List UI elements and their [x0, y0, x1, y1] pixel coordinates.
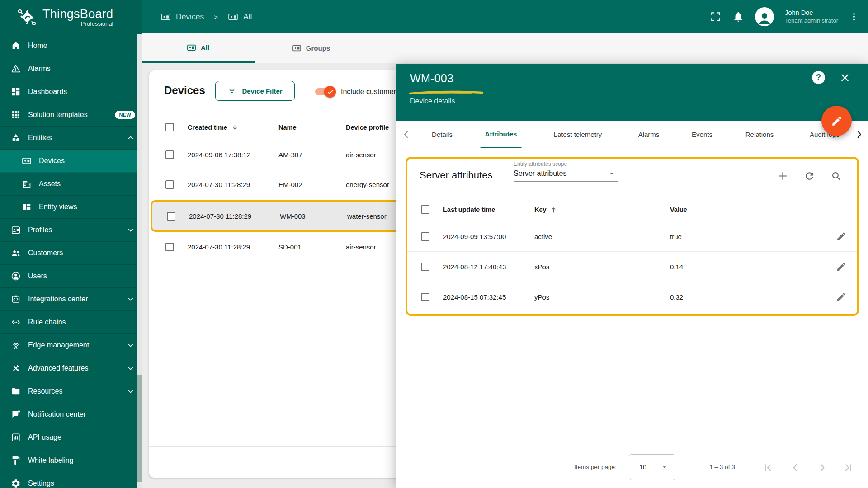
tab-label: Alarms	[638, 131, 660, 138]
attribute-row[interactable]: 2024-09-09 13:57:00 active true	[407, 221, 857, 252]
column-label: Last update time	[443, 206, 495, 213]
sort-arrow-up-icon	[550, 206, 557, 214]
attributes-scope-select[interactable]: Entity attributes scope Server attribute…	[514, 161, 618, 182]
edit-attribute-pencil-icon[interactable]	[836, 261, 847, 272]
search-icon[interactable]	[830, 170, 842, 182]
next-page-icon[interactable]	[816, 462, 828, 474]
fullscreen-icon[interactable]	[710, 11, 722, 23]
tab-groups[interactable]: Groups	[255, 33, 368, 63]
tabs-scroll-left-icon[interactable]	[401, 129, 412, 140]
attribute-row[interactable]: 2024-08-12 17:40:43 xPos 0.14	[407, 252, 857, 282]
sidebar-item-users[interactable]: Users	[0, 265, 142, 288]
cell-last-update-time: 2024-08-15 07:32:45	[443, 282, 506, 312]
sidebar-item-settings[interactable]: Settings	[0, 472, 142, 488]
row-checkbox[interactable]	[421, 232, 429, 241]
tab-details[interactable]: Details	[427, 121, 457, 148]
edit-attribute-pencil-icon[interactable]	[836, 231, 847, 242]
sidebar-item-assets[interactable]: Assets	[0, 173, 142, 196]
sidebar-item-notification-center[interactable]: Notification center	[0, 403, 142, 426]
row-checkbox[interactable]	[421, 293, 429, 301]
details-panel-header: WM-003 Device details ?	[396, 64, 868, 121]
sidebar-item-resources[interactable]: Resources	[0, 380, 142, 403]
sidebar-item-customers[interactable]: Customers	[0, 242, 142, 265]
tab-events[interactable]: Events	[687, 121, 717, 148]
breadcrumb-all[interactable]: All	[228, 12, 252, 22]
sidebar-item-profiles[interactable]: Profiles	[0, 219, 142, 242]
row-checkbox[interactable]	[165, 180, 174, 189]
brand-logo[interactable]: ThingsBoard Professional	[0, 0, 142, 34]
device-icon	[160, 12, 171, 22]
kebab-menu-icon[interactable]	[849, 12, 859, 22]
device-filter-button[interactable]: Device Filter	[215, 81, 295, 101]
row-checkbox[interactable]	[167, 212, 175, 221]
brand-name: ThingsBoard	[42, 7, 113, 21]
scope-value: Server attributes	[514, 169, 566, 178]
edit-fab-button[interactable]	[821, 106, 852, 136]
sidebar-item-integrations-center[interactable]: Integrations center	[0, 288, 142, 311]
row-checkbox[interactable]	[421, 263, 429, 271]
badge-id-icon	[11, 225, 21, 235]
tab-relations[interactable]: Relations	[741, 121, 778, 148]
column-header-last-update-time[interactable]: Last update time	[443, 198, 495, 221]
sidebar-item-entity-views[interactable]: Entity views	[0, 196, 142, 219]
edit-attribute-pencil-icon[interactable]	[836, 291, 847, 302]
page-title: Devices	[164, 84, 205, 97]
breadcrumb-devices[interactable]: Devices	[160, 12, 204, 22]
tab-latest-telemetry[interactable]: Latest telemetry	[549, 121, 607, 148]
close-icon[interactable]	[839, 72, 851, 84]
column-header-device-profile[interactable]: Device profile	[346, 114, 389, 140]
sidebar-scrollbar-thumb[interactable]	[137, 375, 142, 482]
row-checkbox[interactable]	[165, 150, 174, 159]
last-page-icon[interactable]	[842, 462, 854, 474]
sidebar-item-alarms[interactable]: Alarms	[0, 57, 142, 80]
shapes-icon	[11, 133, 21, 143]
sidebar-item-advanced-features[interactable]: Advanced features	[0, 357, 142, 380]
sidebar-item-solution-templates[interactable]: Solution templates NEW	[0, 103, 142, 127]
row-checkbox[interactable]	[165, 243, 174, 251]
add-plus-icon[interactable]	[777, 170, 788, 182]
column-header-value[interactable]: Value	[670, 198, 687, 221]
tab-all[interactable]: All	[142, 33, 255, 63]
page-size-select[interactable]: 10	[629, 454, 675, 480]
sidebar-item-devices[interactable]: Devices	[0, 150, 142, 173]
tabs-scroll-right-icon[interactable]	[854, 129, 865, 140]
sidebar-item-white-labeling[interactable]: White labeling	[0, 449, 142, 472]
user-menu[interactable]: John Doe Tenant administrator	[785, 9, 838, 25]
sidebar-item-dashboards[interactable]: Dashboards	[0, 80, 142, 103]
sidebar-item-home[interactable]: Home	[0, 34, 142, 57]
topbar: Devices > All John Doe Tenant administra…	[142, 0, 868, 33]
integration-icon	[11, 294, 21, 304]
tab-attributes[interactable]: Attributes	[481, 121, 522, 148]
device-icon	[228, 12, 238, 22]
help-icon[interactable]: ?	[812, 71, 825, 84]
cell-name: SD-001	[278, 232, 302, 262]
select-all-checkbox[interactable]	[421, 205, 429, 214]
first-page-icon[interactable]	[762, 462, 774, 474]
notifications-bell-icon[interactable]	[732, 11, 744, 23]
sidebar-scrollbar[interactable]	[137, 34, 142, 488]
items-per-page-label: Items per page:	[574, 464, 617, 470]
sidebar-item-edge-management[interactable]: Edge management	[0, 334, 142, 357]
breadcrumb: Devices > All	[160, 0, 252, 33]
cell-value: true	[670, 221, 682, 251]
details-title: WM-003	[410, 72, 453, 85]
sidebar-item-label: Settings	[28, 479, 54, 488]
column-header-created-time[interactable]: Created time	[188, 114, 239, 140]
annotation-underline	[408, 90, 485, 95]
cell-device-profile: air-sensor	[346, 232, 376, 262]
filter-icon	[227, 86, 236, 95]
sidebar-item-label: Users	[28, 272, 47, 280]
refresh-icon[interactable]	[804, 170, 815, 182]
previous-page-icon[interactable]	[789, 462, 801, 474]
sidebar-item-api-usage[interactable]: API usage	[0, 426, 142, 449]
avatar[interactable]	[755, 7, 774, 26]
column-header-name[interactable]: Name	[278, 114, 297, 140]
tab-alarms[interactable]: Alarms	[634, 121, 664, 148]
column-header-key[interactable]: Key	[534, 198, 557, 221]
sidebar-item-entities[interactable]: Entities	[0, 127, 142, 150]
sidebar-item-rule-chains[interactable]: Rule chains	[0, 311, 142, 334]
include-customers-toggle[interactable]	[314, 87, 336, 97]
bar-chart-icon	[11, 432, 21, 442]
select-all-checkbox[interactable]	[165, 123, 174, 131]
attribute-row[interactable]: 2024-08-15 07:32:45 yPos 0.32	[407, 282, 857, 312]
